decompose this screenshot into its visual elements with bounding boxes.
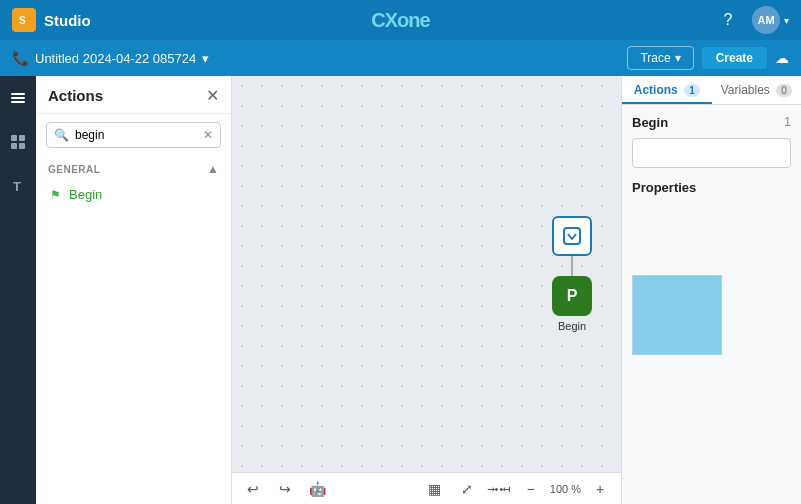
begin-section: Begin 1: [632, 115, 791, 130]
svg-rect-5: [11, 135, 17, 141]
tab-actions-label: Actions: [634, 83, 678, 97]
logo: CXone: [371, 9, 429, 32]
tab-actions[interactable]: Actions 1: [622, 76, 712, 104]
robot-button[interactable]: 🤖: [304, 476, 330, 502]
mini-map[interactable]: [632, 275, 722, 355]
nav-right: ? AM ▾: [714, 6, 789, 34]
phone-icon: 📞: [12, 50, 29, 66]
trace-label: Trace: [640, 51, 670, 65]
flag-icon: ⚑: [50, 188, 61, 202]
actions-title: Actions: [48, 87, 103, 104]
tab-actions-badge: 1: [684, 84, 700, 97]
file-title[interactable]: 📞 Untitled 2024-04-22 085724 ▾: [12, 50, 209, 66]
redo-button[interactable]: ↪: [272, 476, 298, 502]
avatar: AM: [752, 6, 780, 34]
tab-variables-badge: 0: [776, 84, 792, 97]
file-chevron-icon: ▾: [202, 51, 209, 66]
node-connector: [571, 256, 573, 276]
fit-button[interactable]: ⤞⤟: [486, 476, 512, 502]
general-section-header: GENERAL ▲: [36, 156, 231, 182]
app-icon: S: [12, 8, 36, 32]
left-nav-text[interactable]: T: [4, 172, 32, 200]
zoom-out-button[interactable]: −: [518, 476, 544, 502]
svg-rect-6: [19, 135, 25, 141]
trace-button[interactable]: Trace ▾: [627, 46, 693, 70]
svg-rect-2: [11, 93, 25, 95]
node-begin-letter: P: [567, 287, 578, 305]
general-section-title: GENERAL: [48, 164, 100, 175]
second-bar-right: Trace ▾ Create ☁: [627, 46, 789, 70]
begin-input-box[interactable]: [632, 138, 791, 168]
help-button[interactable]: ?: [714, 6, 742, 34]
create-button[interactable]: Create: [702, 47, 767, 69]
action-begin-label: Begin: [69, 187, 102, 202]
file-name: Untitled 2024-04-22 085724: [35, 51, 196, 66]
user-menu[interactable]: AM ▾: [752, 6, 789, 34]
expand-button[interactable]: ⤢: [454, 476, 480, 502]
close-actions-button[interactable]: ✕: [206, 86, 219, 105]
zoom-label: 100 %: [550, 483, 581, 495]
left-nav-table[interactable]: [4, 128, 32, 156]
tab-variables[interactable]: Variables 0: [712, 76, 802, 104]
right-content: Begin 1 Properties: [622, 105, 801, 504]
second-bar: 📞 Untitled 2024-04-22 085724 ▾ Trace ▾ C…: [0, 40, 801, 76]
left-nav-layers[interactable]: [4, 84, 32, 112]
svg-rect-3: [11, 97, 25, 99]
svg-text:S: S: [19, 15, 26, 26]
node-container: P Begin: [552, 216, 592, 332]
tab-variables-label: Variables: [721, 83, 770, 97]
node-start[interactable]: [552, 216, 592, 256]
trace-chevron-icon: ▾: [675, 51, 681, 65]
right-panel: Actions 1 Variables 0 Begin 1 Properties: [621, 76, 801, 504]
main-layout: T Actions ✕ 🔍 ✕ GENERAL ▲ ⚑ Begin: [0, 76, 801, 504]
cloud-icon[interactable]: ☁: [775, 50, 789, 66]
zoom-in-button[interactable]: +: [587, 476, 613, 502]
node-begin[interactable]: P: [552, 276, 592, 316]
search-icon: 🔍: [54, 128, 69, 142]
canvas-bottom-toolbar: ↩ ↪ 🤖 ▦ ⤢ ⤞⤟ − 100 % +: [232, 472, 621, 504]
svg-rect-8: [19, 143, 25, 149]
search-box: 🔍 ✕: [46, 122, 221, 148]
cx-logo: CXone: [371, 9, 429, 31]
section-collapse-icon[interactable]: ▲: [207, 162, 219, 176]
svg-rect-4: [11, 101, 25, 103]
app-title: Studio: [44, 12, 91, 29]
search-input[interactable]: [46, 122, 221, 148]
canvas-area[interactable]: P Begin ↩ ↪ 🤖 ▦ ⤢ ⤞⤟ − 100 % +: [232, 76, 621, 504]
actions-header: Actions ✕: [36, 76, 231, 114]
chevron-down-icon: ▾: [784, 15, 789, 26]
one-text: one: [397, 9, 430, 31]
begin-number: 1: [784, 115, 791, 129]
cx-text: CX: [371, 9, 397, 31]
svg-rect-10: [564, 228, 580, 244]
node-label: Begin: [558, 320, 586, 332]
actions-panel: Actions ✕ 🔍 ✕ GENERAL ▲ ⚑ Begin: [36, 76, 232, 504]
svg-rect-7: [11, 143, 17, 149]
action-item-begin[interactable]: ⚑ Begin: [36, 182, 231, 207]
clear-search-icon[interactable]: ✕: [203, 128, 213, 142]
create-label: Create: [716, 51, 753, 65]
undo-button[interactable]: ↩: [240, 476, 266, 502]
nav-left: S Studio: [12, 8, 91, 32]
begin-section-title: Begin: [632, 115, 668, 130]
properties-title: Properties: [632, 180, 791, 195]
right-tabs: Actions 1 Variables 0: [622, 76, 801, 105]
left-icon-bar: T: [0, 76, 36, 504]
top-nav: S Studio CXone ? AM ▾: [0, 0, 801, 40]
svg-text:T: T: [13, 179, 21, 194]
grid-view-button[interactable]: ▦: [422, 476, 448, 502]
